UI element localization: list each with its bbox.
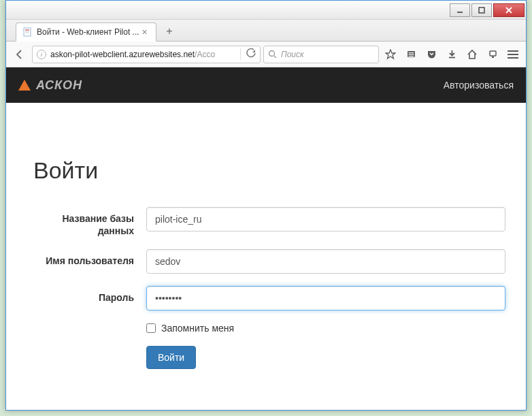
- svg-point-8: [269, 51, 275, 57]
- new-tab-button[interactable]: +: [161, 23, 178, 39]
- svg-rect-16: [492, 57, 494, 58]
- window-titlebar: [6, 1, 526, 20]
- logo-mark-icon: [18, 80, 31, 91]
- svg-rect-12: [408, 54, 414, 55]
- url-text: askon-pilot-webclient.azurewebsites.net/…: [50, 50, 215, 59]
- downloads-icon[interactable]: [443, 46, 461, 63]
- url-bar[interactable]: i askon-pilot-webclient.azurewebsites.ne…: [32, 46, 261, 63]
- search-box[interactable]: Поиск: [263, 46, 379, 63]
- username-input[interactable]: [146, 249, 505, 274]
- database-input[interactable]: [146, 207, 505, 231]
- back-button[interactable]: [10, 45, 29, 64]
- password-input[interactable]: [146, 286, 505, 310]
- tab-favicon: [22, 27, 33, 37]
- tab-close-button[interactable]: ×: [139, 27, 150, 37]
- form-row-username: Имя пользователя: [27, 249, 505, 274]
- tab-title: Войти - Web-клиент Pilot ...: [37, 27, 139, 37]
- svg-line-9: [274, 56, 277, 59]
- form-row-password: Пароль: [27, 286, 505, 310]
- app-logo[interactable]: аскон: [18, 78, 82, 93]
- browser-toolbar: i askon-pilot-webclient.azurewebsites.ne…: [6, 42, 526, 67]
- logo-text: аскон: [36, 78, 82, 93]
- page-content: Войти Название базы данных Имя пользоват…: [6, 103, 526, 395]
- database-label: Название базы данных: [27, 207, 146, 237]
- authorize-link[interactable]: Авторизоваться: [444, 80, 514, 91]
- hamburger-icon: [508, 50, 518, 59]
- remember-checkbox-label[interactable]: Запомнить меня: [146, 323, 505, 334]
- reload-button[interactable]: [240, 48, 256, 60]
- form-row-remember: Запомнить меня: [27, 323, 505, 334]
- sync-icon[interactable]: [484, 46, 501, 63]
- remember-checkbox[interactable]: [146, 323, 156, 333]
- close-window-button[interactable]: [493, 3, 525, 17]
- svg-rect-11: [408, 52, 414, 53]
- search-icon: [268, 50, 277, 59]
- svg-rect-4: [24, 28, 31, 36]
- remember-text: Запомнить меня: [161, 323, 234, 334]
- sidebar-icon[interactable]: [402, 46, 420, 63]
- username-label: Имя пользователя: [27, 249, 146, 267]
- bookmark-star-icon[interactable]: [382, 46, 399, 63]
- maximize-button[interactable]: [471, 3, 492, 17]
- svg-rect-13: [408, 56, 414, 57]
- svg-rect-1: [479, 7, 484, 13]
- form-row-database: Название базы данных: [27, 207, 505, 237]
- pocket-icon[interactable]: [422, 46, 440, 63]
- page-title: Войти: [33, 157, 505, 184]
- browser-window: Войти - Web-клиент Pilot ... × + i askon…: [5, 0, 527, 411]
- browser-tab[interactable]: Войти - Web-клиент Pilot ... ×: [16, 22, 156, 42]
- minimize-button[interactable]: [450, 3, 470, 17]
- password-label: Пароль: [27, 286, 146, 304]
- form-row-submit: Войти: [27, 346, 505, 369]
- tab-strip: Войти - Web-клиент Pilot ... × +: [6, 20, 526, 42]
- home-icon[interactable]: [463, 46, 481, 63]
- login-button[interactable]: Войти: [146, 346, 196, 369]
- site-info-icon[interactable]: i: [37, 50, 46, 59]
- menu-button[interactable]: [504, 46, 522, 63]
- svg-rect-15: [490, 51, 496, 56]
- app-header: аскон Авторизоваться: [6, 67, 526, 103]
- search-placeholder: Поиск: [281, 50, 304, 59]
